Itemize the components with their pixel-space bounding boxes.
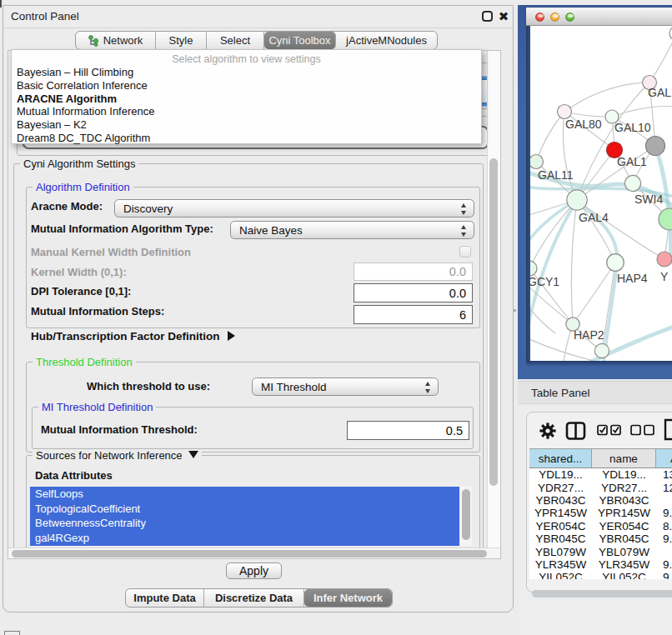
kernel-width-input[interactable]: 0.0: [354, 262, 473, 281]
splitpane-divider-dot[interactable]: [514, 309, 516, 312]
kernel-width-label: Kernel Width (0,1):: [31, 266, 127, 278]
settings-horizontal-scrollbar[interactable]: [8, 548, 500, 558]
threshold-definition-title: Threshold Definition: [33, 356, 136, 368]
bottom-tabs: Impute DataDiscretize DataInfer Network: [125, 588, 393, 608]
table-row[interactable]: YDL19...YDL19...13: [529, 468, 672, 481]
scrollbar-thumb[interactable]: [12, 550, 487, 558]
sources-title[interactable]: Sources for Network Inference: [33, 449, 202, 462]
which-threshold-combobox[interactable]: MI Threshold: [252, 378, 439, 396]
algorithm-option[interactable]: ARACNE Algorithm: [12, 92, 481, 106]
settings-vertical-scrollbar[interactable]: [487, 51, 500, 548]
table-row[interactable]: YBR045CYBR045C9.: [529, 532, 672, 545]
table-row[interactable]: YDR27...YDR27...12: [529, 481, 672, 493]
table-cell: YBR045C: [592, 532, 656, 545]
network-edge: [564, 82, 649, 112]
close-traffic-light-icon[interactable]: [535, 12, 544, 22]
dpi-tolerance-input[interactable]: 0.0: [354, 283, 473, 302]
mi-steps-input[interactable]: 6: [354, 305, 473, 324]
mi-type-combobox[interactable]: Naive Bayes: [230, 221, 474, 239]
node-label-gal10: GAL10: [614, 121, 651, 134]
data-attributes-list[interactable]: SelfLoopsTopologicalCoefficientBetweenne…: [30, 487, 459, 546]
attribute-list-item[interactable]: BetweennessCentrality: [30, 516, 459, 531]
hub-section-toggle[interactable]: Hub/Transcription Factor Definition: [31, 330, 235, 342]
mi-steps-label: Mutual Information Steps:: [31, 305, 164, 318]
table-row[interactable]: YER054CYER054C8.: [529, 520, 672, 532]
column-header[interactable]: shared...: [529, 449, 592, 468]
table-row[interactable]: YPR145WYPR145W9.: [529, 507, 672, 519]
network-window-titlebar[interactable]: [526, 8, 672, 26]
cyni-algorithm-settings-title: Cyni Algorithm Settings: [20, 158, 138, 170]
hub-section-label: Hub/Transcription Factor Definition: [31, 330, 220, 342]
network-node-swi4[interactable]: [624, 175, 640, 191]
aracne-mode-combobox[interactable]: Discovery: [114, 199, 474, 218]
bottom-tab-discretize-data[interactable]: Discretize Data: [204, 589, 304, 607]
algorithm-option[interactable]: Bayesian – Hill Climbing: [12, 66, 481, 79]
network-node-gal11[interactable]: [530, 155, 544, 169]
algorithm-option[interactable]: Bayesian – K2: [12, 118, 481, 132]
attribute-list-item[interactable]: SelfLoops: [30, 487, 459, 502]
tab-cyni-toolbox[interactable]: Cyni Toolbox: [264, 32, 336, 49]
close-icon[interactable]: ✖: [496, 6, 511, 28]
apply-button[interactable]: Apply: [226, 562, 282, 579]
network-node-bottom-partial[interactable]: [594, 343, 609, 358]
table-horizontal-scrollbar[interactable]: [529, 588, 672, 598]
unselect-all-checks-icon[interactable]: [630, 424, 655, 436]
expand-right-icon: [228, 331, 235, 341]
split-columns-icon[interactable]: [565, 421, 586, 441]
tab-label: Select: [220, 34, 250, 47]
table-row[interactable]: YLR345WYLR345W9.: [529, 558, 672, 571]
network-node-gal80[interactable]: [558, 105, 572, 119]
gear-icon[interactable]: [539, 421, 557, 441]
tab-label: Cyni Toolbox: [268, 34, 330, 47]
network-node-gal4[interactable]: [567, 190, 587, 210]
bottom-tab-infer-network[interactable]: Infer Network: [304, 589, 392, 607]
control-panel-titlebar[interactable]: Control Panel ✖: [3, 6, 513, 28]
mi-threshold-input[interactable]: 0.5: [347, 421, 469, 440]
scrollbar-thumb[interactable]: [462, 489, 470, 540]
table-cell: YER054C: [529, 520, 592, 532]
table-panel-titlebar[interactable]: Table Panel: [518, 381, 672, 404]
expand-down-icon: [188, 451, 198, 458]
scrollbar-thumb[interactable]: [532, 590, 672, 598]
attribute-list-item[interactable]: TopologicalCoefficient: [30, 502, 459, 517]
mi-threshold-definition-title: MI Threshold Definition: [38, 401, 156, 413]
network-canvas[interactable]: GALGAL80GAL10GAL1GAL11SWI4GAL4GCY1HAP4YH…: [530, 26, 672, 361]
attributes-list-scrollbar[interactable]: [460, 486, 472, 546]
tab-style[interactable]: Style: [156, 32, 207, 49]
algorithm-option[interactable]: Dream8 DC_TDC Algorithm: [12, 132, 481, 145]
zoom-traffic-light-icon[interactable]: [565, 12, 574, 22]
network-edge: [577, 200, 664, 259]
table-cell: YPR145W: [592, 507, 656, 519]
attribute-list-item[interactable]: gal4RGexp: [30, 531, 459, 546]
tab-jactivemnodules[interactable]: jActiveMNodules: [336, 32, 437, 49]
table-body: YDL19...YDL19...13YDR27...YDR27...12YBR0…: [529, 468, 672, 579]
manual-kernel-checkbox[interactable]: [459, 246, 471, 258]
document-icon[interactable]: [663, 418, 672, 441]
scrollbar-thumb[interactable]: [489, 158, 498, 486]
tab-label: jActiveMNodules: [346, 34, 427, 47]
float-window-icon[interactable]: [482, 11, 493, 22]
node-label-gal1: GAL1: [617, 155, 647, 168]
network-edge: [571, 200, 577, 324]
minimize-traffic-light-icon[interactable]: [550, 12, 559, 22]
select-all-checks-icon[interactable]: [597, 424, 622, 436]
network-node-hap4[interactable]: [607, 254, 624, 272]
network-node-salmon[interactable]: [657, 252, 672, 267]
table-row[interactable]: YIL052CYIL052C9.: [529, 571, 672, 579]
column-header[interactable]: A: [656, 449, 672, 468]
algorithm-option[interactable]: Basic Correlation Inference: [12, 79, 481, 92]
bottom-tab-impute-data[interactable]: Impute Data: [126, 589, 204, 607]
table-row[interactable]: YBL079WYBL079W: [529, 545, 672, 558]
algorithm-option[interactable]: Mutual Information Inference: [12, 105, 481, 118]
network-node-gcy1[interactable]: [530, 261, 537, 276]
table-row[interactable]: YBR043CYBR043C: [529, 494, 672, 507]
network-node-green-big[interactable]: [659, 208, 672, 230]
network-node-gray-node[interactable]: [646, 137, 665, 156]
algorithm-popup-prompt: Select algorithm to view settings: [12, 53, 481, 66]
column-header[interactable]: name: [592, 449, 656, 468]
tab-select[interactable]: Select: [207, 32, 264, 49]
panel-grip-icon[interactable]: [4, 631, 20, 635]
tab-network[interactable]: Network: [76, 32, 156, 49]
table-cell: YBL079W: [592, 545, 656, 558]
table-cell: 13: [656, 468, 672, 481]
